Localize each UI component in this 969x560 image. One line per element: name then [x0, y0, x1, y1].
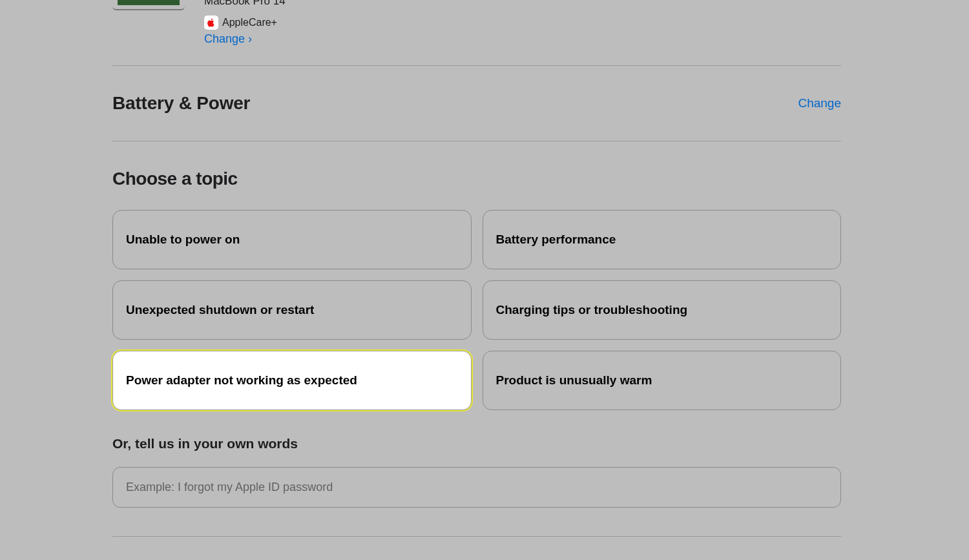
divider: [112, 141, 841, 141]
product-summary: MacBook Pro 14" AppleCare+ Change: [112, 0, 841, 65]
topic-button[interactable]: Unexpected shutdown or restart: [112, 280, 472, 340]
divider: [112, 536, 841, 537]
product-title: MacBook Pro 14": [204, 0, 289, 8]
topic-button[interactable]: Power adapter not working as expected: [112, 351, 472, 410]
section-title: Battery & Power: [112, 93, 250, 114]
change-product-link[interactable]: Change: [204, 32, 289, 46]
product-image-macbook: [112, 0, 185, 10]
own-words-heading: Or, tell us in your own words: [112, 436, 841, 451]
topic-button[interactable]: Battery performance: [483, 210, 842, 269]
choose-topic-heading: Choose a topic: [112, 169, 841, 189]
change-section-link[interactable]: Change: [798, 96, 841, 110]
topic-button[interactable]: Product is unusually warm: [483, 351, 842, 410]
applecare-label: AppleCare+: [222, 17, 277, 28]
topic-grid: Unable to power onBattery performanceUne…: [112, 210, 841, 410]
apple-logo-icon: [204, 16, 218, 30]
own-words-input[interactable]: [112, 467, 841, 508]
topic-button[interactable]: Charging tips or troubleshooting: [483, 280, 842, 340]
topic-button[interactable]: Unable to power on: [112, 210, 472, 269]
applecare-row: AppleCare+: [204, 16, 289, 30]
